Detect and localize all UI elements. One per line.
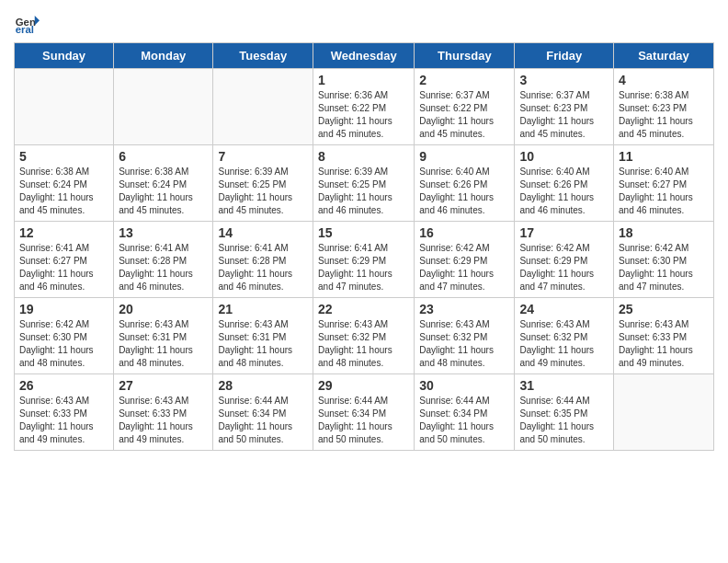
calendar-cell: 22Sunrise: 6:43 AM Sunset: 6:32 PM Dayli… xyxy=(313,298,415,374)
calendar-cell xyxy=(614,374,714,451)
calendar-cell: 20Sunrise: 6:43 AM Sunset: 6:31 PM Dayli… xyxy=(114,298,213,374)
day-info: Sunrise: 6:44 AM Sunset: 6:34 PM Dayligh… xyxy=(318,395,409,446)
day-number: 26 xyxy=(19,378,108,393)
day-info: Sunrise: 6:43 AM Sunset: 6:33 PM Dayligh… xyxy=(119,395,208,446)
day-number: 1 xyxy=(318,73,409,87)
calendar-cell xyxy=(213,69,313,145)
calendar-cell: 28Sunrise: 6:44 AM Sunset: 6:34 PM Dayli… xyxy=(213,374,313,451)
calendar-cell: 12Sunrise: 6:41 AM Sunset: 6:27 PM Dayli… xyxy=(15,222,114,298)
day-number: 11 xyxy=(619,149,709,164)
day-number: 19 xyxy=(19,302,108,316)
calendar-cell: 2Sunrise: 6:37 AM Sunset: 6:22 PM Daylig… xyxy=(415,69,515,145)
svg-marker-3 xyxy=(35,16,40,26)
day-info: Sunrise: 6:36 AM Sunset: 6:22 PM Dayligh… xyxy=(318,89,409,141)
day-info: Sunrise: 6:42 AM Sunset: 6:29 PM Dayligh… xyxy=(519,242,609,293)
calendar-cell: 17Sunrise: 6:42 AM Sunset: 6:29 PM Dayli… xyxy=(515,222,614,298)
day-info: Sunrise: 6:42 AM Sunset: 6:30 PM Dayligh… xyxy=(19,318,108,370)
day-info: Sunrise: 6:37 AM Sunset: 6:22 PM Dayligh… xyxy=(419,89,509,141)
calendar-header: SundayMondayTuesdayWednesdayThursdayFrid… xyxy=(15,43,714,69)
day-number: 27 xyxy=(119,378,208,393)
day-number: 13 xyxy=(119,225,208,240)
day-info: Sunrise: 6:41 AM Sunset: 6:29 PM Dayligh… xyxy=(318,242,409,293)
day-number: 10 xyxy=(519,149,609,164)
calendar-cell: 8Sunrise: 6:39 AM Sunset: 6:25 PM Daylig… xyxy=(313,145,415,222)
calendar-cell: 26Sunrise: 6:43 AM Sunset: 6:33 PM Dayli… xyxy=(15,374,114,451)
calendar-cell: 4Sunrise: 6:38 AM Sunset: 6:23 PM Daylig… xyxy=(614,69,714,145)
header-day: Monday xyxy=(114,43,213,69)
day-number: 8 xyxy=(318,149,409,164)
calendar-cell xyxy=(114,69,213,145)
day-number: 15 xyxy=(318,225,409,240)
logo-icon: Gen eral xyxy=(14,9,40,35)
day-number: 17 xyxy=(519,225,609,240)
day-number: 25 xyxy=(619,302,709,316)
day-info: Sunrise: 6:44 AM Sunset: 6:34 PM Dayligh… xyxy=(419,395,509,446)
day-info: Sunrise: 6:42 AM Sunset: 6:29 PM Dayligh… xyxy=(419,242,509,293)
day-number: 6 xyxy=(119,149,208,164)
day-number: 18 xyxy=(619,225,709,240)
day-number: 28 xyxy=(218,378,308,393)
day-number: 5 xyxy=(19,149,108,164)
day-info: Sunrise: 6:43 AM Sunset: 6:32 PM Dayligh… xyxy=(519,318,609,370)
day-number: 31 xyxy=(519,378,609,393)
day-info: Sunrise: 6:38 AM Sunset: 6:24 PM Dayligh… xyxy=(19,166,108,217)
svg-text:eral: eral xyxy=(16,24,34,35)
calendar-cell: 30Sunrise: 6:44 AM Sunset: 6:34 PM Dayli… xyxy=(415,374,515,451)
day-info: Sunrise: 6:38 AM Sunset: 6:23 PM Dayligh… xyxy=(619,89,709,141)
calendar-cell: 1Sunrise: 6:36 AM Sunset: 6:22 PM Daylig… xyxy=(313,69,415,145)
calendar-cell: 3Sunrise: 6:37 AM Sunset: 6:23 PM Daylig… xyxy=(515,69,614,145)
calendar-cell: 14Sunrise: 6:41 AM Sunset: 6:28 PM Dayli… xyxy=(213,222,313,298)
day-info: Sunrise: 6:40 AM Sunset: 6:27 PM Dayligh… xyxy=(619,166,709,217)
day-info: Sunrise: 6:41 AM Sunset: 6:28 PM Dayligh… xyxy=(218,242,308,293)
day-number: 4 xyxy=(619,73,709,87)
day-number: 23 xyxy=(419,302,509,316)
header-day: Thursday xyxy=(415,43,515,69)
day-info: Sunrise: 6:42 AM Sunset: 6:30 PM Dayligh… xyxy=(619,242,709,293)
day-number: 9 xyxy=(419,149,509,164)
calendar-cell: 13Sunrise: 6:41 AM Sunset: 6:28 PM Dayli… xyxy=(114,222,213,298)
day-info: Sunrise: 6:39 AM Sunset: 6:25 PM Dayligh… xyxy=(218,166,308,217)
calendar-cell xyxy=(15,69,114,145)
day-info: Sunrise: 6:43 AM Sunset: 6:32 PM Dayligh… xyxy=(419,318,509,370)
day-info: Sunrise: 6:43 AM Sunset: 6:32 PM Dayligh… xyxy=(318,318,409,370)
calendar-cell: 7Sunrise: 6:39 AM Sunset: 6:25 PM Daylig… xyxy=(213,145,313,222)
day-info: Sunrise: 6:44 AM Sunset: 6:34 PM Dayligh… xyxy=(218,395,308,446)
calendar-cell: 24Sunrise: 6:43 AM Sunset: 6:32 PM Dayli… xyxy=(515,298,614,374)
day-number: 24 xyxy=(519,302,609,316)
calendar-cell: 21Sunrise: 6:43 AM Sunset: 6:31 PM Dayli… xyxy=(213,298,313,374)
logo: Gen eral xyxy=(14,9,41,35)
day-number: 22 xyxy=(318,302,409,316)
calendar: SundayMondayTuesdayWednesdayThursdayFrid… xyxy=(14,42,714,451)
day-info: Sunrise: 6:43 AM Sunset: 6:33 PM Dayligh… xyxy=(19,395,108,446)
calendar-cell: 18Sunrise: 6:42 AM Sunset: 6:30 PM Dayli… xyxy=(614,222,714,298)
calendar-cell: 9Sunrise: 6:40 AM Sunset: 6:26 PM Daylig… xyxy=(415,145,515,222)
calendar-cell: 10Sunrise: 6:40 AM Sunset: 6:26 PM Dayli… xyxy=(515,145,614,222)
day-number: 7 xyxy=(218,149,308,164)
day-number: 30 xyxy=(419,378,509,393)
day-info: Sunrise: 6:40 AM Sunset: 6:26 PM Dayligh… xyxy=(519,166,609,217)
day-info: Sunrise: 6:38 AM Sunset: 6:24 PM Dayligh… xyxy=(119,166,208,217)
day-info: Sunrise: 6:43 AM Sunset: 6:33 PM Dayligh… xyxy=(619,318,709,370)
day-number: 16 xyxy=(419,225,509,240)
header-day: Wednesday xyxy=(313,43,415,69)
day-number: 21 xyxy=(218,302,308,316)
day-info: Sunrise: 6:43 AM Sunset: 6:31 PM Dayligh… xyxy=(119,318,208,370)
day-number: 29 xyxy=(318,378,409,393)
calendar-cell: 5Sunrise: 6:38 AM Sunset: 6:24 PM Daylig… xyxy=(15,145,114,222)
calendar-cell: 6Sunrise: 6:38 AM Sunset: 6:24 PM Daylig… xyxy=(114,145,213,222)
day-number: 12 xyxy=(19,225,108,240)
calendar-cell: 16Sunrise: 6:42 AM Sunset: 6:29 PM Dayli… xyxy=(415,222,515,298)
calendar-cell: 23Sunrise: 6:43 AM Sunset: 6:32 PM Dayli… xyxy=(415,298,515,374)
day-number: 2 xyxy=(419,73,509,87)
day-info: Sunrise: 6:37 AM Sunset: 6:23 PM Dayligh… xyxy=(519,89,609,141)
day-number: 20 xyxy=(119,302,208,316)
day-info: Sunrise: 6:43 AM Sunset: 6:31 PM Dayligh… xyxy=(218,318,308,370)
day-info: Sunrise: 6:41 AM Sunset: 6:27 PM Dayligh… xyxy=(19,242,108,293)
day-number: 14 xyxy=(218,225,308,240)
day-number: 3 xyxy=(519,73,609,87)
header-day: Saturday xyxy=(614,43,714,69)
day-info: Sunrise: 6:44 AM Sunset: 6:35 PM Dayligh… xyxy=(519,395,609,446)
day-info: Sunrise: 6:41 AM Sunset: 6:28 PM Dayligh… xyxy=(119,242,208,293)
calendar-cell: 29Sunrise: 6:44 AM Sunset: 6:34 PM Dayli… xyxy=(313,374,415,451)
calendar-cell: 25Sunrise: 6:43 AM Sunset: 6:33 PM Dayli… xyxy=(614,298,714,374)
